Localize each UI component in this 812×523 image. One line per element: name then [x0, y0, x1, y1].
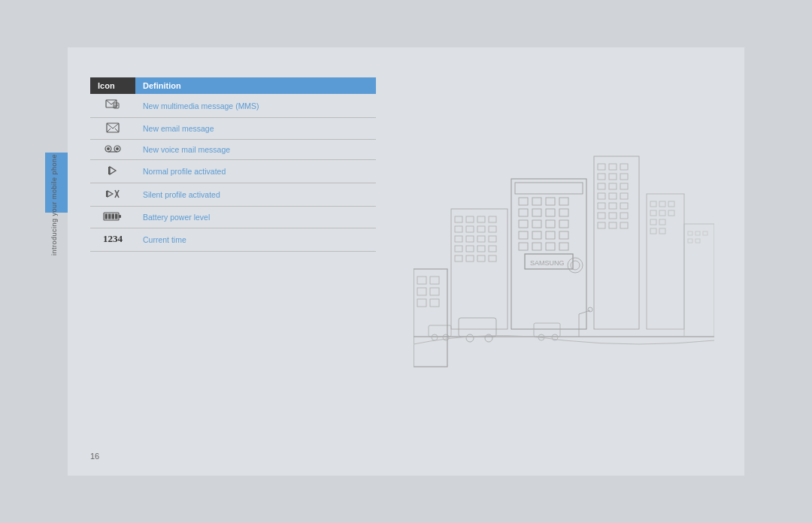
- svg-rect-87: [620, 203, 628, 209]
- sidebar-text: introducing your mobile phone: [47, 115, 62, 295]
- sidebar-label: introducing your mobile phone: [50, 154, 58, 255]
- svg-rect-58: [477, 226, 485, 232]
- svg-rect-126: [688, 231, 692, 235]
- svg-rect-41: [546, 231, 555, 239]
- content-area: Icon Definition: [68, 47, 744, 476]
- svg-rect-100: [668, 210, 674, 216]
- svg-rect-79: [598, 183, 605, 189]
- svg-rect-71: [489, 255, 496, 262]
- svg-rect-43: [519, 243, 528, 250]
- svg-rect-51: [451, 209, 508, 329]
- svg-point-124: [588, 307, 592, 312]
- svg-rect-31: [519, 209, 528, 216]
- svg-rect-30: [559, 198, 568, 205]
- svg-point-49: [568, 258, 583, 273]
- svg-rect-106: [459, 318, 496, 337]
- svg-rect-26: [515, 183, 583, 194]
- svg-rect-20: [105, 214, 108, 219]
- svg-rect-69: [466, 255, 474, 262]
- svg-rect-127: [695, 231, 700, 235]
- battery-icon: [103, 214, 123, 223]
- table-row: Silent profile activated: [90, 183, 376, 207]
- svg-rect-130: [695, 239, 700, 243]
- table-row: 1234 Current time: [90, 228, 376, 252]
- svg-rect-68: [455, 255, 462, 262]
- svg-rect-19: [119, 215, 121, 218]
- voicemail-icon: [105, 146, 121, 155]
- svg-rect-73: [598, 164, 605, 170]
- table-row: New email message: [90, 118, 376, 140]
- svg-line-6: [115, 128, 119, 132]
- svg-rect-76: [598, 174, 605, 180]
- table-section: Icon Definition: [90, 77, 391, 453]
- svg-rect-125: [684, 224, 714, 337]
- svg-rect-96: [659, 201, 665, 207]
- col-header-icon: Icon: [90, 77, 135, 94]
- svg-rect-116: [417, 277, 426, 284]
- svg-rect-54: [477, 216, 485, 222]
- svg-rect-84: [620, 193, 628, 199]
- svg-rect-99: [659, 210, 665, 216]
- svg-rect-53: [466, 216, 474, 222]
- svg-rect-64: [455, 246, 462, 252]
- svg-rect-67: [489, 246, 496, 252]
- normal-profile-icon: [107, 169, 119, 178]
- svg-rect-45: [546, 243, 555, 250]
- def-cell-normal-profile: Normal profile activated: [135, 160, 376, 183]
- svg-rect-103: [650, 228, 656, 234]
- time-icon: 1234: [102, 235, 123, 246]
- svg-rect-77: [609, 174, 617, 180]
- svg-rect-118: [417, 288, 426, 295]
- svg-rect-93: [620, 222, 628, 228]
- svg-rect-66: [477, 246, 485, 252]
- svg-rect-40: [532, 231, 541, 239]
- svg-point-10: [107, 147, 110, 150]
- def-cell-email: New email message: [135, 118, 376, 140]
- svg-rect-78: [620, 174, 628, 180]
- icon-cell-battery: [90, 207, 135, 228]
- svg-marker-14: [108, 191, 113, 197]
- col-header-definition: Definition: [135, 77, 376, 94]
- table-row: New multimedia message (MMS): [90, 94, 376, 118]
- def-cell-mms: New multimedia message (MMS): [135, 94, 376, 118]
- svg-rect-37: [546, 220, 555, 228]
- svg-rect-102: [659, 219, 665, 225]
- icon-cell-mms: [90, 94, 135, 118]
- svg-rect-36: [532, 220, 541, 228]
- svg-rect-70: [477, 255, 485, 262]
- svg-rect-92: [609, 222, 617, 228]
- svg-rect-90: [620, 213, 628, 219]
- def-cell-time: Current time: [135, 228, 376, 252]
- svg-rect-98: [650, 210, 656, 216]
- svg-rect-22: [112, 214, 115, 219]
- svg-marker-12: [110, 167, 116, 174]
- svg-rect-72: [594, 156, 639, 329]
- svg-rect-75: [620, 164, 628, 170]
- svg-rect-86: [609, 203, 617, 209]
- svg-rect-82: [598, 193, 605, 199]
- svg-rect-60: [455, 236, 462, 242]
- table-row: New voice mail message: [90, 140, 376, 160]
- svg-rect-80: [609, 183, 617, 189]
- svg-rect-61: [466, 236, 474, 242]
- svg-rect-89: [609, 213, 617, 219]
- svg-text:SAMSUNG: SAMSUNG: [530, 259, 565, 267]
- svg-rect-104: [659, 228, 665, 234]
- svg-rect-57: [466, 226, 474, 232]
- def-cell-silent-profile: Silent profile activated: [135, 183, 376, 207]
- icon-cell-voicemail: [90, 140, 135, 160]
- svg-rect-97: [668, 201, 674, 207]
- svg-rect-38: [559, 220, 568, 228]
- svg-rect-101: [650, 219, 656, 225]
- svg-rect-65: [466, 246, 474, 252]
- svg-rect-39: [519, 231, 528, 239]
- table-row: Battery power level: [90, 207, 376, 228]
- icon-cell-normal-profile: [90, 160, 135, 183]
- svg-rect-119: [430, 288, 439, 295]
- svg-rect-74: [609, 164, 617, 170]
- svg-rect-44: [532, 243, 541, 250]
- city-illustration: SAMSUNG: [414, 122, 714, 408]
- svg-rect-91: [598, 222, 605, 228]
- svg-rect-42: [559, 231, 568, 239]
- mms-icon: [105, 98, 120, 113]
